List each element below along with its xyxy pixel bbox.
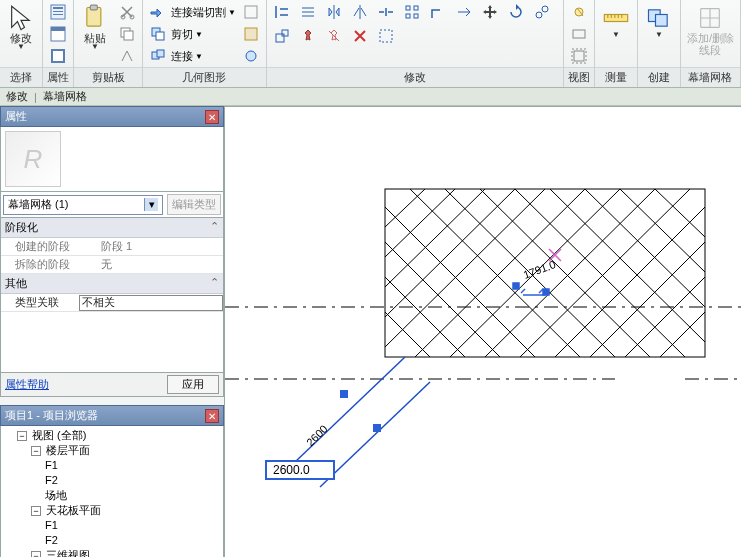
- edit-type-button[interactable]: 编辑类型: [167, 194, 221, 215]
- cut-button[interactable]: [116, 2, 138, 22]
- tree-floorplan-site[interactable]: 场地: [45, 488, 221, 503]
- crop-view-button[interactable]: [568, 46, 590, 66]
- cope-ends-button[interactable]: 连接端切割 ▼: [147, 2, 236, 22]
- tree-ceiling-collapse-icon[interactable]: −: [31, 506, 41, 516]
- align-button[interactable]: [271, 2, 293, 22]
- tree-views-root[interactable]: − 视图 (全部) − 楼层平面 F1 F2 场地: [17, 428, 221, 557]
- project-tree[interactable]: − 视图 (全部) − 楼层平面 F1 F2 场地: [0, 426, 224, 557]
- ribbon-group-modify-label: 修改: [267, 67, 563, 87]
- copy-button[interactable]: [116, 24, 138, 44]
- type-preview-thumb: R: [5, 131, 61, 187]
- type-selector[interactable]: 幕墙网格 (1) ▾: [3, 195, 163, 215]
- paste-button[interactable]: 粘贴 ▼: [78, 2, 112, 53]
- type-properties-button[interactable]: [47, 24, 69, 44]
- family-properties-button[interactable]: [47, 46, 69, 66]
- tree-3d[interactable]: − 三维视图 {3D}: [31, 548, 221, 557]
- measure-dropdown-icon[interactable]: ▼: [612, 30, 620, 39]
- prop-created-key: 创建的阶段: [1, 239, 101, 254]
- wall-opening-button[interactable]: [240, 2, 262, 22]
- geom-cut-button[interactable]: 剪切 ▼: [147, 24, 236, 44]
- prop-section-other-collapse-icon[interactable]: ⌃: [210, 276, 219, 291]
- tree-3d-label: 三维视图: [46, 549, 90, 557]
- properties-button[interactable]: [47, 2, 69, 22]
- segment-label: 线段: [699, 44, 721, 56]
- prop-section-phasing[interactable]: 阶段化 ⌃: [1, 218, 223, 238]
- array-button[interactable]: [401, 2, 423, 22]
- cope-ends-dropdown-icon[interactable]: ▼: [228, 8, 236, 17]
- svg-line-63: [585, 189, 705, 307]
- tree-ceiling-label: 天花板平面: [46, 504, 101, 516]
- svg-rect-3: [53, 14, 63, 15]
- properties-close-icon[interactable]: ✕: [205, 110, 219, 124]
- split-button[interactable]: [375, 2, 397, 22]
- tree-floorplans-collapse-icon[interactable]: −: [31, 446, 41, 456]
- properties-help-link[interactable]: 属性帮助: [5, 377, 49, 392]
- svg-rect-21: [406, 6, 410, 10]
- group-button[interactable]: [375, 26, 397, 46]
- trim-corner-button[interactable]: [427, 2, 449, 22]
- match-button[interactable]: [116, 46, 138, 66]
- project-browser-close-icon[interactable]: ✕: [205, 409, 219, 423]
- geom-cut-dropdown-icon[interactable]: ▼: [195, 30, 203, 39]
- pin-button[interactable]: [297, 26, 319, 46]
- tree-floorplan-f2[interactable]: F2: [45, 473, 221, 488]
- apply-button[interactable]: 应用: [167, 375, 219, 394]
- edit-type-label: 编辑类型: [172, 198, 216, 210]
- svg-line-64: [620, 189, 705, 272]
- tree-views-root-label: 视图 (全部): [32, 429, 86, 441]
- scale-button[interactable]: [271, 26, 293, 46]
- paste-dropdown-icon[interactable]: ▼: [91, 42, 99, 51]
- dimension-edit-input[interactable]: [265, 460, 335, 480]
- properties-panel-title[interactable]: 属性 ✕: [0, 106, 224, 127]
- split-face-button[interactable]: [240, 24, 262, 44]
- drawing-canvas[interactable]: 1791.0 2600: [225, 106, 741, 557]
- prop-association-input[interactable]: [79, 295, 223, 311]
- geom-join-dropdown-icon[interactable]: ▼: [195, 52, 203, 61]
- tree-floorplan-f1[interactable]: F1: [45, 458, 221, 473]
- create-group-dropdown-icon[interactable]: ▼: [655, 30, 663, 39]
- tree-floorplans[interactable]: − 楼层平面 F1 F2 场地: [31, 443, 221, 503]
- modify-tool-dropdown-icon[interactable]: ▼: [17, 42, 25, 51]
- svg-line-51: [590, 242, 705, 357]
- svg-rect-18: [245, 6, 257, 18]
- paint-button[interactable]: [240, 46, 262, 66]
- measure-button[interactable]: ▼: [599, 2, 633, 41]
- tree-3d-collapse-icon[interactable]: −: [31, 551, 41, 557]
- modify-tool-button[interactable]: 修改 ▼: [4, 2, 38, 53]
- override-button[interactable]: [568, 24, 590, 44]
- geom-cut-label: 剪切: [171, 27, 193, 42]
- trim-single-button[interactable]: [453, 2, 475, 22]
- tree-views-root-collapse-icon[interactable]: −: [17, 431, 27, 441]
- project-browser-title[interactable]: 项目1 - 项目浏览器 ✕: [0, 405, 224, 426]
- delete-button[interactable]: [349, 26, 371, 46]
- copy-modify-button[interactable]: [531, 2, 553, 22]
- move-button[interactable]: [479, 2, 501, 22]
- prop-row-association[interactable]: 类型关联: [1, 294, 223, 312]
- hide-button[interactable]: [568, 2, 590, 22]
- prop-section-other[interactable]: 其他 ⌃: [1, 274, 223, 294]
- svg-rect-7: [53, 51, 63, 61]
- ribbon-group-select-label: 选择: [0, 67, 42, 87]
- create-group-button[interactable]: ▼: [642, 2, 676, 41]
- svg-rect-17: [157, 50, 164, 57]
- tree-ceiling-f1[interactable]: F1: [45, 518, 221, 533]
- svg-line-45: [385, 189, 425, 227]
- geom-join-icon: [147, 46, 169, 66]
- svg-rect-31: [573, 30, 585, 38]
- svg-point-25: [536, 12, 542, 18]
- type-selector-dropdown-icon[interactable]: ▾: [144, 198, 158, 211]
- mirror-draw-button[interactable]: [349, 2, 371, 22]
- add-remove-segment-button: 添加/删除 线段: [685, 2, 736, 58]
- prop-section-phasing-collapse-icon[interactable]: ⌃: [210, 220, 219, 235]
- tree-ceiling-f2[interactable]: F2: [45, 533, 221, 548]
- offset-button[interactable]: [297, 2, 319, 22]
- properties-panel: 属性 ✕ R 幕墙网格 (1) ▾ 编辑类型 阶段化 ⌃: [0, 106, 224, 397]
- tree-ceiling[interactable]: − 天花板平面 F1 F2: [31, 503, 221, 548]
- properties-footer: 属性帮助 应用: [0, 373, 224, 397]
- unpin-button[interactable]: [323, 26, 345, 46]
- mirror-pick-button[interactable]: [323, 2, 345, 22]
- prop-section-other-label: 其他: [5, 276, 27, 291]
- geom-join-button[interactable]: 连接 ▼: [147, 46, 236, 66]
- rotate-button[interactable]: [505, 2, 527, 22]
- prop-demolished-value: 无: [101, 257, 223, 272]
